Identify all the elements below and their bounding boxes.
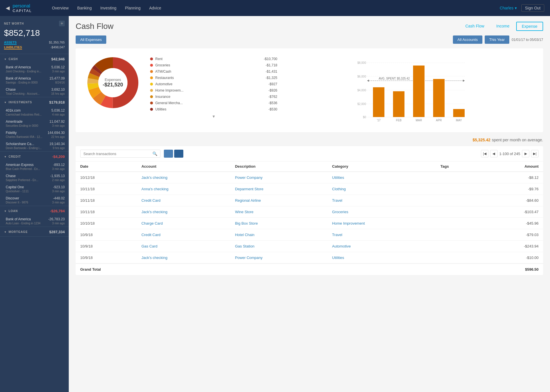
sidebar-account-item[interactable]: Discover -448.02 Discover It - 9876 3 mi… bbox=[0, 195, 69, 206]
td-category[interactable]: Travel bbox=[327, 229, 436, 241]
last-page-button[interactable]: ▶| bbox=[531, 150, 539, 157]
donut-label: Expenses bbox=[103, 78, 123, 82]
td-amount: -$45.96 bbox=[481, 218, 543, 229]
td-description[interactable]: Power Company bbox=[230, 172, 327, 183]
legend-name: Insurance bbox=[155, 95, 170, 99]
sidebar-account-item[interactable]: Fidelity 144,694.30 Charles Bartowski IR… bbox=[0, 129, 69, 140]
table-row[interactable]: 10/9/18 Credit Card Hotel Chain Travel -… bbox=[76, 229, 543, 241]
td-description[interactable]: Power Company bbox=[230, 252, 327, 264]
td-account[interactable]: Jack's checking bbox=[137, 206, 231, 218]
tab-income[interactable]: Income bbox=[491, 22, 515, 31]
sidebar-account-item[interactable]: Scholarshare Ca... 19,140.34 Devin Barto… bbox=[0, 140, 69, 151]
svg-text:$4,000: $4,000 bbox=[357, 89, 366, 92]
td-tags bbox=[436, 252, 482, 264]
td-account[interactable]: Jack's checking bbox=[137, 172, 231, 183]
account-name: Scholarshare Ca... bbox=[6, 142, 34, 146]
nav-banking[interactable]: Banking bbox=[77, 5, 92, 11]
table-row[interactable]: 10/10/18 Charge Card Big Box Store Home … bbox=[76, 218, 543, 229]
td-account[interactable]: Anna's checking bbox=[137, 183, 231, 195]
td-account[interactable]: Charge Card bbox=[137, 218, 231, 229]
td-category[interactable]: Utilities bbox=[327, 172, 436, 183]
sidebar-account-item[interactable]: American Express -893.12 Blue Cash Prefe… bbox=[0, 161, 69, 172]
grand-total-amount: $596.50 bbox=[481, 264, 543, 275]
bar-chart-svg: $8,000 $6,000 $4,000 $2,000 $0 AVG. SPEN… bbox=[283, 57, 537, 126]
td-category[interactable]: Home Improvement bbox=[327, 218, 436, 229]
td-category[interactable]: Clothing bbox=[327, 183, 436, 195]
account-time: 22 hrs ago bbox=[51, 135, 65, 138]
tab-cashflow[interactable]: Cash Flow bbox=[460, 22, 490, 31]
tab-expense[interactable]: Expense bbox=[516, 22, 543, 31]
grid-view-button[interactable] bbox=[174, 150, 183, 158]
legend-left: ATM/Cash bbox=[150, 70, 171, 74]
td-account[interactable]: Jack's checking bbox=[137, 252, 231, 264]
td-category[interactable]: Automotive bbox=[327, 241, 436, 252]
table-row[interactable]: 10/11/18 Anna's checking Deparment Store… bbox=[76, 183, 543, 195]
nav-investing[interactable]: Investing bbox=[100, 5, 116, 11]
search-input[interactable] bbox=[83, 152, 152, 156]
sidebar-account-item[interactable]: 401k.com 5,036.12 Carmichael Industries … bbox=[0, 107, 69, 118]
td-account[interactable]: Credit Card bbox=[137, 195, 231, 206]
svg-text:AVG. SPENT: $5,325.42: AVG. SPENT: $5,325.42 bbox=[379, 77, 410, 80]
legend-item: Utilities -$530 bbox=[150, 107, 277, 111]
td-category[interactable]: Utilities bbox=[327, 252, 436, 264]
section-header-cash[interactable]: ▼ CASH $42,946 bbox=[0, 54, 69, 64]
td-description[interactable]: Regional Airline bbox=[230, 195, 327, 206]
td-account[interactable]: Credit Card bbox=[137, 229, 231, 241]
table-row[interactable]: 10/9/18 Gas Card Gas Station Automotive … bbox=[76, 241, 543, 252]
prev-page-button[interactable]: ◀ bbox=[490, 150, 498, 157]
account-sub: Savings - Ending in 0000 bbox=[6, 81, 38, 84]
account-sub: Carmichael Industries Reti... bbox=[6, 113, 42, 116]
td-description[interactable]: Big Box Store bbox=[230, 218, 327, 229]
section-header-mortgage[interactable]: ▼ MORTGAGE $287,334 bbox=[0, 227, 69, 236]
legend-more-button[interactable]: ▾ bbox=[150, 114, 277, 119]
section-header-investments[interactable]: ▼ INVESTMENTS $179,918 bbox=[0, 97, 69, 107]
table-row[interactable]: 10/11/18 Jack's checking Wine Store Groc… bbox=[76, 206, 543, 218]
first-page-button[interactable]: |◀ bbox=[481, 150, 488, 157]
sidebar-account-item[interactable]: Bank of America 5,036.12 Joint Checking … bbox=[0, 64, 69, 75]
transactions-area: 🔍 |◀ ◀ 1-100 of 245 ▶ ▶| bbox=[76, 146, 543, 275]
nav-overview[interactable]: Overview bbox=[52, 5, 68, 11]
td-account[interactable]: Gas Card bbox=[137, 241, 231, 252]
account-name: American Express bbox=[6, 163, 34, 167]
section-header-loan[interactable]: ▼ LOAN -$26,784 bbox=[0, 206, 69, 215]
section-header-credit[interactable]: ▼ CREDIT -$4,209 bbox=[0, 152, 69, 161]
this-year-button[interactable]: This Year bbox=[485, 35, 509, 44]
user-menu[interactable]: Charles ▾ bbox=[500, 6, 516, 10]
list-view-button[interactable] bbox=[164, 150, 173, 158]
td-category[interactable]: Travel bbox=[327, 195, 436, 206]
nav-planning[interactable]: Planning bbox=[125, 5, 141, 11]
td-amount: -$8.12 bbox=[481, 172, 543, 183]
table-row[interactable]: 10/12/18 Jack's checking Power Company U… bbox=[76, 172, 543, 183]
table-row[interactable]: 10/9/18 Jack's checking Power Company Ut… bbox=[76, 252, 543, 264]
add-account-button[interactable]: + bbox=[59, 21, 65, 26]
bar-chart: $8,000 $6,000 $4,000 $2,000 $0 AVG. SPEN… bbox=[283, 54, 537, 126]
account-time: 8/24/16 bbox=[55, 81, 65, 84]
all-accounts-button[interactable]: All Accounts bbox=[453, 35, 482, 44]
td-description[interactable]: Hotel Chain bbox=[230, 229, 327, 241]
next-page-button[interactable]: ▶ bbox=[522, 150, 529, 157]
signout-button[interactable]: Sign Out bbox=[521, 4, 544, 12]
td-description[interactable]: Gas Station bbox=[230, 241, 327, 252]
sidebar-account-item[interactable]: Chase -1,935.13 Sapphire Preferred - En.… bbox=[0, 172, 69, 183]
sidebar-account-item[interactable]: Bank of America 15,477.09 Savings - Endi… bbox=[0, 75, 69, 86]
view-buttons bbox=[164, 150, 183, 158]
all-expenses-button[interactable]: All Expenses bbox=[76, 35, 106, 44]
sidebar-account-item[interactable]: Ameritrade 11,047.92 Securities Ending i… bbox=[0, 118, 69, 129]
td-description[interactable]: Wine Store bbox=[230, 206, 327, 218]
legend-item: ATM/Cash -$1,431 bbox=[150, 70, 277, 74]
nav-advice[interactable]: Advice bbox=[149, 5, 161, 11]
td-description[interactable]: Deparment Store bbox=[230, 183, 327, 195]
net-worth-section: NET WORTH + $852,718 ASSETS $1,350,765 L… bbox=[0, 16, 69, 54]
sidebar-account-item[interactable]: Chase 3,692.10 Total Checking - Account.… bbox=[0, 86, 69, 97]
sidebar-account-item[interactable]: Bank of America -26,783.23 Auto Loan - E… bbox=[0, 215, 69, 227]
legend-dot bbox=[150, 64, 153, 67]
td-date: 10/10/18 bbox=[76, 218, 137, 229]
section-title-credit: ▼ CREDIT bbox=[4, 155, 21, 158]
table-row[interactable]: 10/11/18 Credit Card Regional Airline Tr… bbox=[76, 195, 543, 206]
td-category[interactable]: Groceries bbox=[327, 206, 436, 218]
sidebar-account-item[interactable]: Capital One -923.10 Quicksilver - 1111 3… bbox=[0, 183, 69, 195]
nav-right: Charles ▾ Sign Out bbox=[500, 4, 544, 12]
back-button[interactable]: ◀ bbox=[6, 5, 10, 11]
chevron-down-icon: ▾ bbox=[213, 114, 215, 119]
logo-personal: personal bbox=[13, 3, 30, 9]
